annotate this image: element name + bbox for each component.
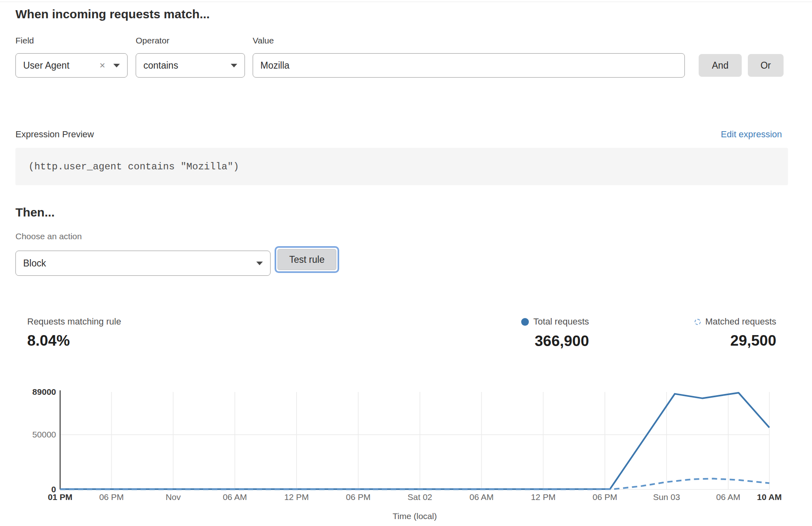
stat-matched-label: Matched requests — [705, 316, 776, 327]
svg-text:06 AM: 06 AM — [223, 492, 247, 502]
and-button[interactable]: And — [699, 54, 742, 77]
svg-text:06 PM: 06 PM — [99, 492, 124, 502]
stat-matched-value: 29,500 — [654, 332, 776, 349]
action-select-value: Block — [23, 258, 46, 269]
stat-matched-requests: Matched requests 29,500 — [654, 316, 776, 349]
svg-text:12 PM: 12 PM — [531, 492, 556, 502]
solid-circle-icon — [521, 318, 529, 326]
stat-matching-rule: Requests matching rule 8.04% — [27, 316, 121, 349]
expression-preview-label: Expression Preview — [15, 129, 94, 140]
stat-total-requests: Total requests 366,900 — [467, 316, 589, 350]
action-select[interactable]: Block — [15, 251, 271, 276]
svg-text:89000: 89000 — [32, 387, 56, 396]
stat-total-value: 366,900 — [467, 333, 589, 350]
page-title: When incoming requests match... — [15, 7, 210, 21]
value-input[interactable] — [253, 53, 685, 78]
test-rule-button[interactable]: Test rule — [277, 249, 336, 270]
svg-text:50000: 50000 — [32, 430, 56, 439]
clear-icon[interactable]: × — [100, 61, 105, 70]
svg-text:06 AM: 06 AM — [716, 492, 741, 502]
operator-label: Operator — [136, 36, 169, 45]
expression-preview-box: (http.user_agent contains "Mozilla") — [15, 148, 788, 185]
expression-code: (http.user_agent contains "Mozilla") — [28, 161, 239, 172]
or-button[interactable]: Or — [748, 54, 784, 77]
test-rule-focus-ring: Test rule — [275, 246, 339, 273]
stat-total-label: Total requests — [533, 316, 589, 327]
svg-text:06 AM: 06 AM — [470, 492, 494, 502]
svg-text:Time (local): Time (local) — [393, 511, 437, 521]
stat-matching-value: 8.04% — [27, 332, 121, 349]
top-divider — [0, 2, 812, 2]
svg-text:12 PM: 12 PM — [284, 492, 309, 502]
operator-select[interactable]: contains — [136, 53, 245, 78]
choose-action-label: Choose an action — [15, 232, 82, 241]
operator-select-value: contains — [143, 60, 178, 71]
field-select-value: User Agent — [23, 60, 69, 71]
stat-matching-label: Requests matching rule — [27, 316, 121, 327]
requests-line-chart: 0500008900001 PM06 PMNov06 AM12 PM06 PMS… — [0, 382, 812, 526]
svg-text:Sat 02: Sat 02 — [407, 492, 432, 502]
field-select[interactable]: User Agent × — [15, 53, 128, 78]
value-label: Value — [253, 36, 274, 45]
svg-text:Sun 03: Sun 03 — [653, 492, 680, 502]
svg-text:Nov: Nov — [166, 492, 181, 502]
svg-text:01 PM: 01 PM — [48, 492, 73, 502]
field-label: Field — [15, 36, 34, 45]
svg-text:06 PM: 06 PM — [593, 492, 617, 502]
edit-expression-link[interactable]: Edit expression — [721, 129, 782, 140]
chevron-down-icon — [256, 262, 263, 265]
svg-text:10 AM: 10 AM — [757, 492, 782, 502]
chevron-down-icon — [231, 64, 237, 67]
dashed-circle-icon — [695, 319, 701, 325]
svg-text:06 PM: 06 PM — [346, 492, 370, 502]
then-title: Then... — [15, 206, 55, 219]
chevron-down-icon — [113, 64, 120, 67]
